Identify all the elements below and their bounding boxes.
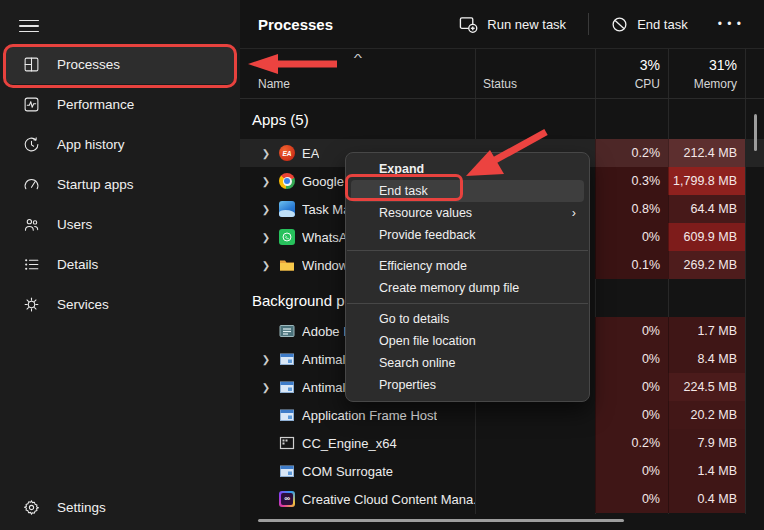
menu-item-search-online[interactable]: Search online <box>346 352 589 374</box>
vertical-scrollbar[interactable] <box>754 114 757 151</box>
startup-apps-icon <box>23 176 40 193</box>
process-row-cc-engine[interactable]: ❯ CC_Engine_x64 0.2% 7.9 MB <box>240 429 764 457</box>
performance-icon <box>23 96 40 113</box>
run-new-task-button[interactable]: Run new task <box>451 9 574 40</box>
sidebar-item-performance[interactable]: Performance <box>6 84 234 124</box>
window-app-icon <box>279 463 295 479</box>
memory-cell: 609.9 MB <box>668 223 745 251</box>
toolbar-divider <box>588 13 589 35</box>
name-cell: ❯ COM Surrogate <box>240 457 475 485</box>
sidebar-item-processes[interactable]: Processes <box>6 44 234 84</box>
table-header: ^ Name Status 3% CPU 31% Memory <box>240 48 764 99</box>
column-header-name[interactable]: Name <box>258 77 290 91</box>
column-header-status[interactable]: Status <box>483 77 517 91</box>
toolbar: Processes Run new task End task • • • <box>240 0 764 48</box>
cpu-cell: 0.2% <box>595 139 668 167</box>
cpu-cell: 0% <box>595 317 668 345</box>
expand-chevron-icon[interactable]: ❯ <box>260 232 272 243</box>
status-cell <box>475 429 595 457</box>
memory-cell: 8.4 MB <box>668 345 745 373</box>
task-manager-app-icon <box>279 201 295 217</box>
sidebar-item-label: Startup apps <box>57 177 134 192</box>
run-new-task-icon <box>459 15 478 34</box>
process-name: WhatsA <box>302 230 348 245</box>
horizontal-scrollbar[interactable] <box>258 519 624 522</box>
expand-chevron-icon[interactable]: ❯ <box>260 354 272 365</box>
expand-chevron-icon[interactable]: ❯ <box>260 148 272 159</box>
cpu-cell: 0.1% <box>595 251 668 279</box>
menu-item-resource-values[interactable]: Resource values › <box>346 202 589 224</box>
sidebar-item-label: App history <box>57 137 125 152</box>
process-name: Antimal <box>302 380 345 395</box>
sidebar-item-services[interactable]: Services <box>6 284 234 324</box>
cpu-cell: 0.2% <box>595 429 668 457</box>
hamburger-menu-icon[interactable] <box>14 13 44 39</box>
process-name: Adobe I <box>302 324 347 339</box>
more-options-button[interactable]: • • • <box>710 11 750 37</box>
cpu-cell: 0% <box>595 485 668 513</box>
menu-item-create-memory-dump[interactable]: Create memory dump file <box>346 277 589 299</box>
expand-chevron-icon[interactable]: ❯ <box>260 204 272 215</box>
menu-item-open-file-location[interactable]: Open file location <box>346 330 589 352</box>
sort-ascending-icon[interactable]: ^ <box>342 52 374 64</box>
process-row-application-frame-host[interactable]: ❯ Application Frame Host 0% 20.2 MB <box>240 401 764 429</box>
cpu-cell: 0% <box>595 373 668 401</box>
process-row-creative-cloud[interactable]: ❯ ∞ Creative Cloud Content Mana... 0% 0.… <box>240 485 764 513</box>
memory-cell: 7.9 MB <box>668 429 745 457</box>
sidebar-settings: Settings <box>0 487 240 527</box>
expand-chevron-icon[interactable]: ❯ <box>260 382 272 393</box>
cpu-cell: 0.8% <box>595 195 668 223</box>
creative-cloud-app-icon: ∞ <box>279 491 295 507</box>
sidebar-item-users[interactable]: Users <box>6 204 234 244</box>
app-history-icon <box>23 136 40 153</box>
menu-item-properties[interactable]: Properties <box>346 374 589 396</box>
process-name: Google <box>302 174 344 189</box>
whatsapp-app-icon <box>279 229 295 245</box>
cpu-cell: 0% <box>595 345 668 373</box>
context-menu: Expand End task Resource values › Provid… <box>345 152 590 402</box>
menu-item-expand[interactable]: Expand <box>346 158 589 180</box>
menu-item-end-task[interactable]: End task <box>351 180 584 202</box>
menu-item-go-to-details[interactable]: Go to details <box>346 308 589 330</box>
submenu-chevron-icon: › <box>572 202 576 224</box>
group-header-apps: Apps (5) <box>252 111 309 128</box>
sidebar-item-startup-apps[interactable]: Startup apps <box>6 164 234 204</box>
sidebar-item-settings[interactable]: Settings <box>6 487 234 527</box>
sidebar: Processes Performance App history Startu… <box>0 0 240 530</box>
task-manager-window: Processes Performance App history Startu… <box>0 0 764 530</box>
expand-chevron-icon[interactable]: ❯ <box>260 176 272 187</box>
process-name: Antimal <box>302 352 345 367</box>
memory-cell: 20.2 MB <box>668 401 745 429</box>
process-name: EA <box>302 146 319 161</box>
folder-app-icon <box>279 257 295 273</box>
process-name: Window <box>302 258 348 273</box>
column-header-memory[interactable]: Memory <box>668 77 737 91</box>
menu-item-label: Resource values <box>379 202 472 224</box>
sidebar-item-label: Settings <box>57 500 106 515</box>
end-task-button[interactable]: End task <box>603 10 696 39</box>
memory-cell: 0.4 MB <box>668 485 745 513</box>
sidebar-nav: Processes Performance App history Startu… <box>0 44 240 324</box>
process-name: Task Ma <box>302 202 350 217</box>
cpu-cell: 0.3% <box>595 167 668 195</box>
column-header-cpu[interactable]: CPU <box>595 77 660 91</box>
sidebar-item-label: Users <box>57 217 92 232</box>
menu-item-provide-feedback[interactable]: Provide feedback <box>346 224 589 246</box>
menu-item-efficiency-mode[interactable]: Efficiency mode <box>346 255 589 277</box>
chrome-app-icon <box>279 173 295 189</box>
end-task-label: End task <box>637 17 688 32</box>
status-cell <box>475 485 595 513</box>
page-title: Processes <box>258 16 333 33</box>
memory-cell: 224.5 MB <box>668 373 745 401</box>
run-new-task-label: Run new task <box>487 17 566 32</box>
sidebar-item-details[interactable]: Details <box>6 244 234 284</box>
expand-chevron-icon[interactable]: ❯ <box>260 260 272 271</box>
process-name: COM Surrogate <box>302 464 393 479</box>
sidebar-item-label: Performance <box>57 97 134 112</box>
name-cell: ❯ CC_Engine_x64 <box>240 429 475 457</box>
toolbar-actions: Run new task End task • • • <box>451 9 750 40</box>
cpu-cell: 0% <box>595 223 668 251</box>
sidebar-item-app-history[interactable]: App history <box>6 124 234 164</box>
status-cell <box>475 457 595 485</box>
process-row-com-surrogate[interactable]: ❯ COM Surrogate 0% 1.4 MB <box>240 457 764 485</box>
